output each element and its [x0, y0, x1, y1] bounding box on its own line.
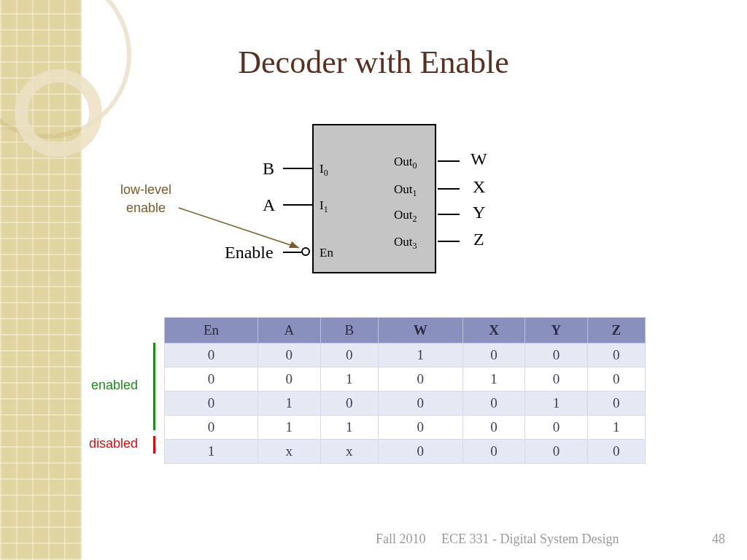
- input-a-label: A: [263, 195, 275, 215]
- footer-term: Fall 2010: [376, 532, 426, 547]
- disabled-label: disabled: [89, 436, 138, 451]
- wire: [438, 214, 460, 215]
- internal-out3-label: Out3: [394, 235, 417, 249]
- output-x-label: X: [473, 177, 485, 197]
- output-w-label: W: [471, 149, 487, 169]
- internal-en-label: En: [320, 246, 333, 260]
- col-a: A: [258, 318, 320, 343]
- wire: [438, 188, 460, 190]
- wire: [438, 160, 460, 162]
- footer-course: ECE 331 - Digital System Design: [441, 532, 619, 547]
- enabled-brace: [153, 343, 155, 430]
- output-z-label: Z: [473, 230, 484, 249]
- col-x: X: [462, 318, 525, 343]
- internal-out2-label: Out2: [394, 208, 417, 222]
- col-z: Z: [587, 318, 645, 343]
- slide-title: Decoder with Enable: [0, 44, 747, 81]
- input-b-label: B: [263, 159, 274, 179]
- wire: [438, 241, 460, 242]
- wire: [283, 204, 312, 206]
- table-header-row: En A B W X Y Z: [165, 318, 646, 343]
- decorative-ring: [15, 69, 102, 157]
- table-row: 0100010: [165, 392, 646, 416]
- table-row: 0010100: [165, 368, 646, 392]
- output-y-label: Y: [473, 203, 485, 222]
- decoder-diagram: B A Enable I0 I1 En Out0 Out1 Out2 Out3 …: [219, 124, 525, 292]
- footer-page: 48: [712, 532, 725, 547]
- truth-table: En A B W X Y Z 0001000 0010100 0100010 0…: [164, 317, 646, 464]
- internal-out1-label: Out1: [394, 182, 417, 197]
- internal-out0-label: Out0: [394, 155, 417, 169]
- table-row: 0110001: [165, 416, 646, 440]
- active-low-bubble-icon: [301, 247, 310, 256]
- table-row: 1xx0000: [165, 440, 646, 464]
- input-enable-label: Enable: [225, 243, 274, 262]
- disabled-brace: [153, 436, 155, 454]
- wire: [283, 252, 301, 253]
- table-row: 0001000: [165, 343, 646, 368]
- enabled-label: enabled: [91, 378, 138, 393]
- internal-i0-label: I0: [320, 162, 328, 176]
- low-level-enable-note: low-level enable: [109, 181, 182, 217]
- col-en: En: [165, 318, 258, 343]
- wire: [283, 168, 312, 169]
- col-y: Y: [525, 318, 587, 343]
- col-b: B: [320, 318, 378, 343]
- internal-i1-label: I1: [320, 198, 328, 213]
- col-w: W: [378, 318, 462, 343]
